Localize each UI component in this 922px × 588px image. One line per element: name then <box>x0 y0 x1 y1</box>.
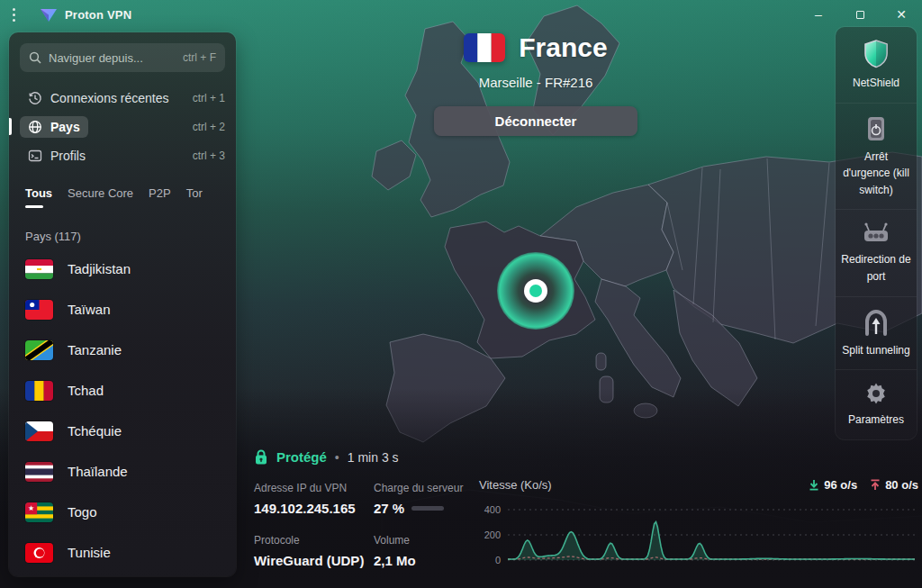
shortcut-badge: ctrl + 1 <box>193 92 225 104</box>
port-forwarding-icon <box>863 222 890 245</box>
flag-taiwan-icon <box>25 300 53 320</box>
country-row-tajikistan[interactable]: Tadjikistan <box>9 249 236 289</box>
sidebar-item-label: Connexions récentes <box>50 91 169 105</box>
shortcut-badge: ctrl + 3 <box>193 149 225 162</box>
protocol-value: WireGuard (UDP) <box>254 553 371 568</box>
country-row-tunisia[interactable]: ★ Tunisie <box>9 532 236 573</box>
field-label: Protocole <box>254 534 371 547</box>
minimize-button[interactable]: – <box>798 0 839 29</box>
svg-text:0: 0 <box>495 555 501 565</box>
connection-location-marker <box>497 252 574 330</box>
status-separator: • <box>335 450 339 465</box>
titlebar: Proton VPN – ✕ <box>0 0 922 29</box>
proton-vpn-window: Proton VPN – ✕ ctrl + F Connexions récen… <box>0 0 922 588</box>
rail-item-label: Redirection de port <box>840 251 912 285</box>
clock-icon <box>28 91 42 105</box>
speed-chart: Vitesse (Ko/s) 96 o/s 80 <box>479 478 918 584</box>
close-button[interactable]: ✕ <box>881 0 922 29</box>
server-load-value: 27 % <box>374 501 404 516</box>
protocol-field: Protocole WireGuard (UDP) <box>254 534 371 568</box>
flag-tunisia-icon: ★ <box>25 543 53 563</box>
search-input[interactable] <box>49 51 176 65</box>
flag-france-icon <box>464 33 505 62</box>
vpn-ip-value: 149.102.245.165 <box>254 501 371 516</box>
split-tunneling-icon <box>863 309 889 336</box>
globe-icon <box>28 120 42 134</box>
svg-text:200: 200 <box>484 529 501 540</box>
rail-item-settings[interactable]: Paramètres <box>836 370 917 439</box>
svg-text:★: ★ <box>28 504 34 512</box>
sidebar: ctrl + F Connexions récentes ctrl + 1 <box>9 32 236 576</box>
svg-text:★: ★ <box>38 550 42 556</box>
rail-item-label: Arrêt d'urgence (kill switch) <box>840 149 912 199</box>
sidebar-item-countries[interactable]: Pays ctrl + 2 <box>20 113 225 140</box>
app-title: Proton VPN <box>65 8 131 22</box>
tools-rail: NetShield Arrêt d'urgence (kill switch) … <box>836 27 917 439</box>
country-row-togo[interactable]: ★ Togo <box>9 492 236 532</box>
server-load-progressbar <box>411 506 444 511</box>
rail-item-split-tunneling[interactable]: Split tunneling <box>836 297 917 371</box>
protected-status-label: Protégé <box>276 449 327 465</box>
proton-vpn-logo-icon <box>40 7 58 23</box>
profiles-icon <box>28 149 42 163</box>
country-row-tanzania[interactable]: Tanzanie <box>9 330 236 370</box>
server-load-field: Charge du serveur 27 % <box>374 482 491 516</box>
tab-tor[interactable]: Tor <box>186 186 204 208</box>
tab-tous[interactable]: Tous <box>25 186 52 208</box>
tab-p2p[interactable]: P2P <box>149 186 171 208</box>
country-row-chad[interactable]: Tchad <box>9 370 236 411</box>
speed-chart-legend: 96 o/s 80 o/s <box>809 478 918 492</box>
rail-item-label: Split tunneling <box>842 342 909 359</box>
search-icon <box>29 51 41 64</box>
flag-czechia-icon <box>25 421 53 441</box>
search-box[interactable]: ctrl + F <box>20 43 225 72</box>
kill-switch-icon <box>864 115 888 142</box>
volume-field: Volume 2,1 Mo <box>374 534 491 568</box>
sidebar-item-profiles[interactable]: Profils ctrl + 3 <box>20 142 225 168</box>
search-shortcut: ctrl + F <box>183 51 216 64</box>
rail-item-label: NetShield <box>853 75 899 92</box>
field-label: Volume <box>374 534 491 547</box>
country-list: Tadjikistan Taïwan Tanzanie Tchad <box>9 249 236 573</box>
sidebar-item-label: Profils <box>50 149 86 163</box>
vpn-ip-field: Adresse IP du VPN 149.102.245.165 <box>254 482 371 516</box>
marker-core <box>524 279 547 303</box>
sidebar-nav: Connexions récentes ctrl + 1 Pays ctrl +… <box>9 85 236 168</box>
speed-chart-title: Vitesse (Ko/s) <box>479 478 552 492</box>
country-row-taiwan[interactable]: Taïwan <box>9 289 236 330</box>
sidebar-item-recent-connections[interactable]: Connexions récentes ctrl + 1 <box>20 85 225 111</box>
connected-country-title: France <box>519 32 607 63</box>
upload-speed-legend: 80 o/s <box>870 478 918 492</box>
upload-arrow-icon <box>870 479 881 491</box>
active-indicator-bar <box>9 118 12 135</box>
rail-item-label: Paramètres <box>848 412 904 429</box>
field-label: Adresse IP du VPN <box>254 482 371 494</box>
country-row-thailand[interactable]: Thaïlande <box>9 451 236 492</box>
rail-item-netshield[interactable]: NetShield <box>836 27 917 104</box>
sidebar-item-label: Pays <box>50 120 80 134</box>
shortcut-badge: ctrl + 2 <box>193 121 225 133</box>
rail-item-port-forwarding[interactable]: Redirection de port <box>836 210 917 296</box>
connection-header: France Marseille - FR#216 Déconnecter <box>387 32 684 136</box>
download-speed-legend: 96 o/s <box>809 478 857 492</box>
netshield-shield-icon <box>863 39 890 68</box>
maximize-button[interactable] <box>839 0 881 29</box>
settings-gear-icon <box>864 382 888 405</box>
rail-item-kill-switch[interactable]: Arrêt d'urgence (kill switch) <box>836 104 917 211</box>
window-controls: – ✕ <box>798 0 922 29</box>
tab-secure-core[interactable]: Secure Core <box>68 186 133 208</box>
filter-tabs: Tous Secure Core P2P Tor <box>25 186 220 208</box>
flag-chad-icon <box>25 381 53 401</box>
session-duration: 1 min 3 s <box>348 450 399 465</box>
app-menu-button[interactable] <box>0 6 27 23</box>
flag-tanzania-icon <box>25 340 53 360</box>
connected-server-label: Marseille - FR#216 <box>479 75 593 90</box>
flag-thailand-icon <box>25 462 53 482</box>
speed-chart-plot: 4002000 <box>479 497 918 580</box>
disconnect-button[interactable]: Déconnecter <box>434 106 637 136</box>
flag-togo-icon: ★ <box>25 502 53 522</box>
download-arrow-icon <box>809 479 819 491</box>
countries-section-title: Pays (117) <box>25 230 220 243</box>
country-row-czechia[interactable]: Tchéquie <box>9 411 236 451</box>
lock-icon <box>254 449 268 465</box>
